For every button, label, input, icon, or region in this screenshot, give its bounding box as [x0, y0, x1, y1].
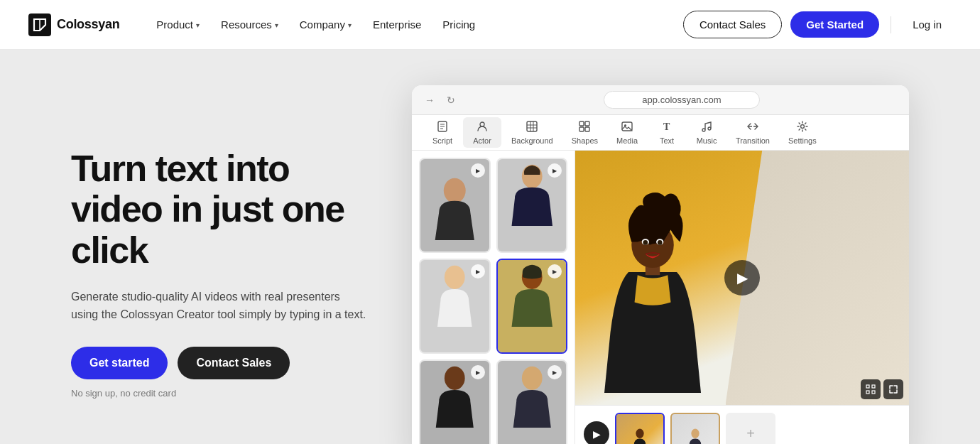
tool-background[interactable]: Background — [503, 117, 562, 148]
shapes-icon — [578, 120, 591, 135]
preview-area: ▶ ▶ — [575, 151, 909, 444]
tool-bg-label: Background — [511, 136, 553, 145]
media-icon — [621, 120, 633, 135]
actor-grid: ▶ Ryan ▶ — [412, 151, 575, 444]
hero-buttons: Get started Contact Sales — [71, 347, 369, 379]
hero-title: Turn text into video in just one click — [71, 148, 369, 271]
settings-icon — [796, 120, 809, 135]
svg-point-7 — [480, 122, 484, 126]
actor-card-mia[interactable]: ▶ Mia — [496, 158, 568, 253]
svg-point-28 — [521, 367, 542, 390]
nav-product[interactable]: Product ▾ — [148, 13, 208, 36]
actor-play-icon[interactable]: ▶ — [548, 365, 562, 379]
music-icon — [700, 120, 713, 135]
svg-rect-35 — [866, 385, 869, 388]
svg-rect-37 — [866, 391, 869, 394]
hero-content: Turn text into video in just one click G… — [71, 148, 369, 399]
actor-play-icon[interactable]: ▶ — [471, 365, 485, 379]
actor-play-icon[interactable]: ▶ — [471, 163, 485, 178]
filmstrip: ▶ — [575, 405, 909, 444]
svg-point-27 — [445, 367, 465, 390]
browser-back-icon[interactable]: → — [422, 92, 437, 108]
app-content: ▶ Ryan ▶ — [412, 151, 909, 444]
svg-point-34 — [657, 240, 662, 245]
tool-actor[interactable]: Actor — [463, 117, 501, 148]
filmstrip-thumb-2[interactable] — [670, 413, 720, 445]
filmstrip-add-button[interactable]: + — [726, 413, 775, 445]
tool-music-label: Music — [697, 136, 717, 145]
transition-icon — [746, 120, 759, 135]
nav-pricing[interactable]: Pricing — [434, 13, 484, 36]
svg-point-18 — [624, 124, 626, 126]
nav-links: Product ▾ Resources ▾ Company ▾ Enterpri… — [148, 13, 683, 36]
browser-mockup: → ↻ app.colossyan.com Script Actor — [412, 85, 909, 444]
svg-rect-13 — [579, 121, 584, 126]
svg-text:T: T — [663, 121, 670, 132]
actor-card-6[interactable]: ▶ — [496, 359, 568, 444]
browser-refresh-icon[interactable]: ↻ — [443, 92, 459, 108]
tool-shapes-label: Shapes — [572, 136, 598, 145]
preview-controls — [861, 379, 903, 399]
tool-media[interactable]: Media — [608, 117, 646, 148]
script-icon — [436, 120, 449, 135]
contact-sales-button[interactable]: Contact Sales — [683, 11, 782, 38]
hero-note: No sign up, no credit card — [71, 388, 369, 399]
browser-bar: → ↻ app.colossyan.com — [412, 85, 909, 115]
fullscreen-icon[interactable] — [861, 379, 881, 399]
actor-card-ryan[interactable]: ▶ Ryan — [419, 158, 491, 253]
svg-point-22 — [800, 125, 804, 129]
actor-name-lewis: Lewis — [420, 352, 489, 354]
actor-card-ayesha[interactable]: ▶ Ayesha — [496, 259, 568, 354]
expand-icon[interactable] — [883, 379, 903, 399]
chevron-down-icon: ▾ — [275, 21, 278, 29]
logo-text: Colossyan — [57, 17, 119, 32]
login-button[interactable]: Log in — [903, 13, 952, 36]
chevron-down-icon: ▾ — [348, 21, 352, 29]
actor-card-lewis[interactable]: ▶ Lewis — [419, 259, 491, 354]
hero-get-started-button[interactable]: Get started — [71, 347, 168, 379]
nav-resources[interactable]: Resources ▾ — [212, 13, 287, 36]
nav-enterprise[interactable]: Enterprise — [364, 13, 430, 36]
actor-play-icon[interactable]: ▶ — [471, 264, 485, 278]
browser-url-bar[interactable]: app.colossyan.com — [604, 91, 760, 109]
svg-rect-16 — [585, 127, 589, 131]
svg-point-40 — [691, 429, 699, 438]
svg-point-21 — [708, 127, 711, 130]
filmstrip-thumb-1[interactable] — [615, 413, 665, 445]
tool-settings[interactable]: Settings — [780, 117, 825, 148]
svg-point-25 — [445, 266, 465, 289]
logo-icon — [28, 13, 51, 36]
svg-rect-15 — [579, 127, 584, 131]
tool-actor-label: Actor — [473, 136, 491, 145]
logo[interactable]: Colossyan — [28, 13, 119, 36]
svg-point-39 — [636, 429, 643, 438]
preview-main: ▶ — [575, 151, 909, 405]
actor-play-icon[interactable]: ▶ — [548, 264, 562, 278]
tool-text-label: Text — [660, 136, 674, 145]
tool-settings-label: Settings — [788, 136, 817, 145]
tool-text[interactable]: T Text — [648, 117, 686, 148]
tool-media-label: Media — [616, 136, 638, 145]
background-icon — [526, 120, 538, 135]
actor-card-5[interactable]: ▶ — [419, 359, 491, 444]
hero-description: Generate studio-quality AI videos with r… — [71, 288, 369, 324]
nav-actions: Contact Sales Get Started Log in — [683, 11, 952, 38]
get-started-button[interactable]: Get Started — [790, 11, 879, 38]
nav-divider — [891, 16, 891, 33]
tool-music[interactable]: Music — [687, 117, 726, 148]
svg-point-20 — [702, 129, 705, 131]
hero-contact-sales-button[interactable]: Contact Sales — [178, 347, 290, 379]
tool-transition-label: Transition — [736, 136, 770, 145]
nav-company[interactable]: Company ▾ — [291, 13, 360, 36]
svg-point-33 — [643, 240, 648, 245]
svg-rect-36 — [872, 385, 875, 388]
tool-script[interactable]: Script — [423, 117, 462, 148]
actor-name-ryan: Ryan — [420, 251, 489, 253]
tool-script-label: Script — [432, 136, 452, 145]
preview-play-button[interactable]: ▶ — [724, 260, 760, 296]
tool-transition[interactable]: Transition — [727, 117, 778, 148]
actor-play-icon[interactable]: ▶ — [548, 163, 562, 178]
actor-name-mia: Mia — [498, 251, 567, 253]
tool-shapes[interactable]: Shapes — [563, 117, 606, 148]
filmstrip-play-button[interactable]: ▶ — [584, 421, 609, 445]
